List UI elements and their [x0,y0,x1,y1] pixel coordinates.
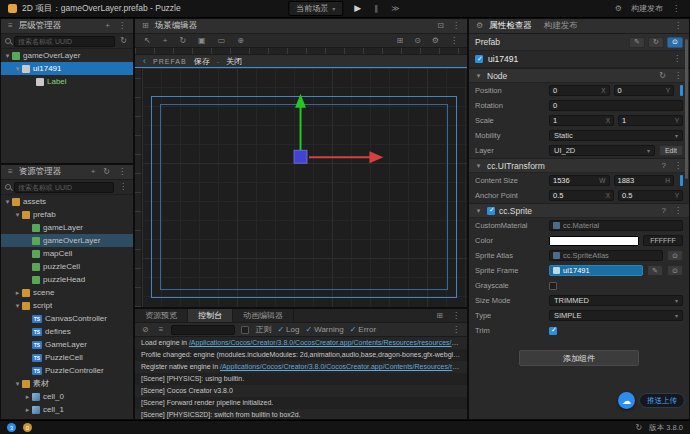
transform-gizmo[interactable] [142,68,467,307]
prefab-locate-button[interactable] [667,37,683,48]
assets-refresh-icon[interactable] [101,168,112,176]
custom-material-chip[interactable]: cc.Material [549,220,683,231]
rotation-field[interactable]: 0 [549,100,683,111]
scene-more-icon[interactable] [450,22,462,30]
scene-canvas[interactable] [142,68,467,307]
log-row[interactable]: [Scene] Cocos Creator v3.8.0 [135,385,467,397]
info-count-badge[interactable]: 3 [7,423,16,432]
create-node-icon[interactable] [103,22,112,30]
asset-image-cell0[interactable]: cell_0 [1,390,133,403]
scene-settings-icon[interactable] [430,37,441,45]
console-layout-icon[interactable] [434,312,445,320]
scale-x-field[interactable]: 1X [549,115,614,126]
asset-folder-script[interactable]: script [1,299,133,312]
prefab-save-button[interactable]: 保存 [194,56,210,67]
more-menu-icon[interactable] [670,5,682,13]
assets-menu-icon[interactable] [6,168,15,176]
trim-checkbox[interactable] [549,327,557,335]
tab-console[interactable]: 控制台 [188,309,233,322]
inspector-scrollbar[interactable] [685,39,688,179]
chevron-down-icon[interactable] [13,211,22,219]
log-toggle[interactable]: Log [277,325,299,334]
asset-folder-assets[interactable]: assets [1,195,133,208]
color-swatch[interactable] [549,236,639,246]
expand-icon[interactable] [435,22,446,30]
chevron-right-icon[interactable] [13,289,22,297]
select-tool-icon[interactable] [142,37,153,45]
grayscale-checkbox[interactable] [549,282,557,290]
tab-animation-editor[interactable]: 动画编辑器 [233,309,294,322]
sprite-enabled-checkbox[interactable] [487,207,495,215]
chevron-down-icon[interactable] [474,72,483,80]
frame-locate-button[interactable] [667,265,683,276]
assets-search[interactable] [14,182,114,193]
tree-node-ui17491[interactable]: ui17491 [1,62,133,75]
help-icon[interactable] [660,162,668,170]
inspector-more-icon[interactable] [672,22,684,30]
hierarchy-refresh-icon[interactable] [118,37,129,45]
prefab-edit-button[interactable] [629,37,645,48]
tab-build[interactable]: 构建发布 [544,20,578,32]
step-button[interactable] [389,5,401,13]
content-width-field[interactable]: 1536W [549,175,610,186]
collapse-logs-icon[interactable] [157,326,166,334]
chevron-down-icon[interactable] [474,162,483,170]
atlas-locate-button[interactable] [667,250,683,261]
log-row[interactable]: [Scene] Forward render pipeline initiali… [135,397,467,409]
content-height-field[interactable]: 1883H [614,175,675,186]
section-sprite[interactable]: cc.Sprite [469,203,689,218]
asset-prefab-puzzlecell[interactable]: puzzleCell [1,260,133,273]
tab-inspector[interactable]: 属性检查器 [489,20,532,32]
position-x-field[interactable]: 0X [549,85,610,96]
scene-selector[interactable]: 当前场景 [288,1,343,16]
add-component-button[interactable]: 添加组件 [519,350,639,366]
asset-folder-materials[interactable]: 素材 [1,377,133,390]
tab-asset-preview[interactable]: 资源预览 [135,309,188,322]
log-row[interactable]: Profile changed: engine (modules.include… [135,349,467,361]
tree-node-label[interactable]: Label [1,75,133,88]
console-more-icon[interactable] [450,312,462,320]
node-menu-icon[interactable] [671,55,683,63]
asset-script-puzzlecell[interactable]: TSPuzzleCell [1,351,133,364]
log-path-link[interactable]: /Applications/Cocos/Creator/3.8.0/CocosC… [189,339,467,346]
chevron-down-icon[interactable] [474,207,483,215]
build-button[interactable]: 构建发布 [631,3,663,14]
console-toolbar-more-icon[interactable] [450,326,462,334]
sync-icon[interactable] [634,424,645,432]
section-uitransform[interactable]: cc.UITransform [469,158,689,173]
section-menu-icon[interactable] [672,72,684,80]
node-active-checkbox[interactable] [475,55,483,63]
asset-folder-prefab[interactable]: prefab [1,208,133,221]
back-icon[interactable] [143,56,146,66]
log-row[interactable]: [Scene] [PHYSICS2D]: switch from builtin… [135,409,467,419]
assets-filter-icon[interactable] [117,183,129,191]
error-toggle[interactable]: Error [350,325,376,334]
log-row[interactable]: Load engine in /Applications/Cocos/Creat… [135,337,467,349]
cloud-upload-button[interactable] [618,392,635,409]
anchor-x-field[interactable]: 0.5X [549,190,614,201]
chevron-down-icon[interactable] [3,52,12,60]
hierarchy-menu-icon[interactable] [6,22,15,30]
asset-prefab-gamelayer[interactable]: gameLayer [1,221,133,234]
hierarchy-more-icon[interactable] [116,22,128,30]
asset-prefab-mapcell[interactable]: mapCell [1,247,133,260]
log-row[interactable]: Register native engine in /Applications/… [135,361,467,373]
sprite-frame-chip[interactable]: ui17491 [549,265,643,276]
frame-edit-button[interactable] [647,265,663,276]
pause-button[interactable] [372,5,380,13]
color-hex-field[interactable]: FFFFFF [643,235,683,246]
log-path-link[interactable]: /Applications/Cocos/Creator/3.8.0/CocosC… [220,363,467,370]
help-icon[interactable] [660,207,668,215]
asset-folder-scene[interactable]: scene [1,286,133,299]
chevron-down-icon[interactable] [3,198,12,206]
console-log-list[interactable]: Load engine in /Applications/Cocos/Creat… [135,337,467,419]
warning-toggle[interactable]: Warning [305,325,343,334]
prefab-revert-button[interactable] [648,37,664,48]
scale-y-field[interactable]: 1Y [618,115,683,126]
clear-console-icon[interactable] [140,326,151,334]
scene-toolbar-more-icon[interactable] [448,37,460,45]
reset-icon[interactable] [657,72,668,80]
scale-tool-icon[interactable] [196,37,208,45]
chevron-down-icon[interactable] [13,302,22,310]
camera-icon[interactable] [412,37,423,45]
